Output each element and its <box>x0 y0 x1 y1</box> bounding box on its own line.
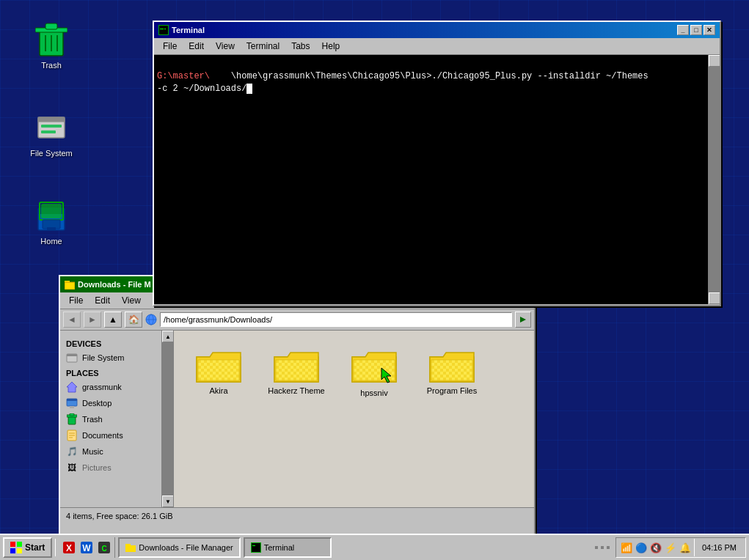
sidebar-item-music[interactable]: 🎵 Music <box>63 443 170 460</box>
svg-rect-56 <box>17 542 22 547</box>
sidebar-item-pictures[interactable]: 🖼 Pictures <box>63 460 170 476</box>
svg-rect-30 <box>67 399 77 401</box>
sidebar-item-grassmunk[interactable]: grassmunk <box>63 379 170 395</box>
up-button[interactable]: ▲ <box>104 312 122 328</box>
sidebar-scrollbar[interactable]: ▲ ▼ <box>161 331 173 507</box>
sidebar-item-trash[interactable]: Trash <box>63 411 170 427</box>
svg-text:W: W <box>83 543 92 553</box>
terminal-minimize-btn[interactable]: _ <box>677 25 689 35</box>
svg-rect-8 <box>41 125 62 128</box>
go-button[interactable] <box>515 312 531 328</box>
terminal-body[interactable]: G:\master\ \home\grassmunk\Themes\Chicag… <box>154 55 720 304</box>
taskbar-terminal-button[interactable]: Terminal <box>244 537 332 558</box>
start-button[interactable]: Start <box>3 537 52 558</box>
trash-label: Trash <box>39 60 64 70</box>
network-icon: 📶 <box>621 542 632 553</box>
home-button[interactable]: 🏠 <box>125 312 142 328</box>
taskbar-dots <box>595 546 610 549</box>
fm-menu-view[interactable]: View <box>116 294 147 307</box>
trash-sidebar-icon <box>66 413 78 425</box>
svg-rect-7 <box>38 117 65 122</box>
taskbar-terminal-icon <box>251 542 261 553</box>
taskbar-fm-label: Downloads - File Manager <box>139 543 233 552</box>
folder-programfiles-icon <box>428 345 475 383</box>
sidebar-scroll-up[interactable]: ▲ <box>162 331 174 342</box>
terminal-menu-file[interactable]: File <box>157 40 183 53</box>
trash-icon <box>34 22 69 57</box>
taskbar-filemanager-button[interactable]: Downloads - File Manager <box>118 537 240 558</box>
terminal-maximize-btn[interactable]: □ <box>690 25 702 35</box>
fm-menu-edit[interactable]: Edit <box>89 294 116 307</box>
trash-desktop-icon[interactable]: Trash <box>22 22 81 70</box>
sidebar-scroll-down[interactable]: ▼ <box>162 495 174 507</box>
sidebar-trash-label: Trash <box>82 415 103 424</box>
sidebar-item-documents[interactable]: Documents <box>63 427 170 443</box>
terminal-window: Terminal _ □ ✕ File Edit View Terminal T… <box>153 21 721 306</box>
fm-main-area: Akira Hackerz Theme <box>174 331 534 507</box>
desktop: Trash File System <box>0 0 749 560</box>
terminal-scrollbar[interactable]: ▲ ▼ <box>708 55 720 304</box>
taskbar-divider-1 <box>55 539 56 556</box>
audio-icon: 🔇 <box>650 542 662 553</box>
documents-sidebar-icon <box>66 430 78 441</box>
folder-akira[interactable]: Akira <box>186 342 252 400</box>
svg-rect-2 <box>45 23 57 29</box>
filesystem-icon <box>34 110 69 145</box>
terminal-scroll-track <box>709 67 720 292</box>
system-tray: 📶 🔵 🔇 ⚡ 🔔 04:16 PM <box>615 537 746 558</box>
svg-rect-18 <box>160 29 164 29</box>
folder-hackerz[interactable]: Hackerz Theme <box>263 342 329 400</box>
terminal-titlebar[interactable]: Terminal _ □ ✕ <box>154 22 720 38</box>
filesystem-desktop-icon[interactable]: File System <box>22 110 81 158</box>
svg-rect-12 <box>41 204 62 218</box>
devices-section-title: DEVICES <box>63 336 170 350</box>
quicklaunch-icon-3[interactable]: C <box>97 540 112 555</box>
filemanager-title: Downloads - File M <box>78 280 151 289</box>
sidebar-pictures-label: Pictures <box>82 463 112 472</box>
sidebar-desktop-label: Desktop <box>82 399 112 408</box>
folder-hpssniv[interactable]: hpssniv <box>341 342 407 400</box>
fm-sidebar: DEVICES File System PLACES <box>60 331 174 507</box>
power-icon: ⚡ <box>665 542 676 553</box>
filemanager-toolbar: ◄ ► ▲ 🏠 <box>60 309 534 331</box>
folder-hpssniv-container <box>351 345 398 386</box>
terminal-menu-help[interactable]: Help <box>316 40 346 53</box>
home-desktop-icon[interactable]: Home <box>22 198 81 246</box>
sidebar-filesystem-label: File System <box>82 353 124 362</box>
quicklaunch-icon-2[interactable]: W <box>79 540 94 555</box>
svg-rect-69 <box>252 545 255 546</box>
terminal-content: G:\master\ \home\grassmunk\Themes\Chicag… <box>157 58 717 107</box>
taskbar-terminal-label: Terminal <box>264 543 295 552</box>
terminal-menu-view[interactable]: View <box>210 40 241 53</box>
forward-button[interactable]: ► <box>84 312 101 328</box>
filemanager-statusbar: 4 items, Free space: 26.1 GiB <box>60 507 534 523</box>
svg-rect-17 <box>159 26 168 34</box>
folder-programfiles[interactable]: Program Files <box>419 342 485 400</box>
terminal-menu-tabs[interactable]: Tabs <box>285 40 315 53</box>
filesystem-sidebar-icon <box>66 352 78 364</box>
terminal-scroll-up[interactable]: ▲ <box>709 55 720 67</box>
desktop-sidebar-icon <box>66 397 78 409</box>
svg-rect-55 <box>10 542 15 547</box>
terminal-menu-terminal[interactable]: Terminal <box>241 40 285 53</box>
notification-icon: 🔔 <box>679 542 691 553</box>
home-label: Home <box>38 236 64 246</box>
quicklaunch-icon-1[interactable]: X <box>62 540 76 555</box>
sidebar-item-desktop[interactable]: Desktop <box>63 395 170 411</box>
svg-rect-31 <box>70 406 74 408</box>
back-button[interactable]: ◄ <box>63 312 81 328</box>
filesystem-label: File System <box>28 148 74 158</box>
terminal-menu-edit[interactable]: Edit <box>183 40 210 53</box>
fm-menu-file[interactable]: File <box>63 294 89 307</box>
terminal-scroll-down[interactable]: ▼ <box>709 292 720 304</box>
terminal-close-btn[interactable]: ✕ <box>704 25 715 35</box>
address-input[interactable] <box>160 312 512 327</box>
address-bar <box>145 312 512 327</box>
sidebar-item-filesystem[interactable]: File System <box>63 350 170 366</box>
folder-akira-icon <box>195 345 242 383</box>
svg-rect-58 <box>17 548 22 553</box>
terminal-menubar: File Edit View Terminal Tabs Help <box>154 38 720 55</box>
taskbar: Start X W C <box>0 534 749 560</box>
svg-text:C: C <box>102 545 107 553</box>
svg-rect-28 <box>67 354 77 356</box>
